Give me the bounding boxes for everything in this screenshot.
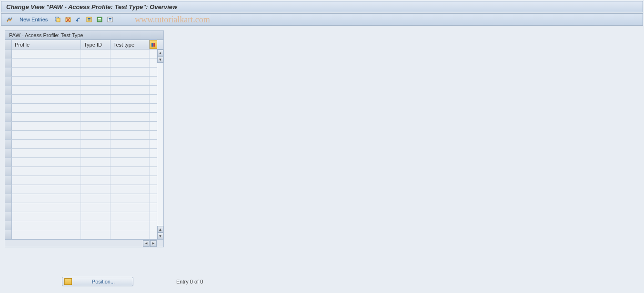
row-selector[interactable] — [5, 230, 12, 239]
row-selector[interactable] — [5, 185, 12, 194]
cell-profile[interactable] — [12, 122, 81, 130]
cell-typeid[interactable] — [81, 203, 111, 212]
cell-testtype[interactable] — [111, 77, 150, 85]
cell-profile[interactable] — [12, 131, 81, 139]
cell-profile[interactable] — [12, 68, 81, 76]
cell-testtype[interactable] — [111, 140, 150, 148]
row-selector[interactable] — [5, 194, 12, 203]
row-selector[interactable] — [5, 149, 12, 157]
column-header-profile[interactable]: Profile — [12, 40, 81, 49]
delete-icon[interactable] — [64, 15, 72, 24]
cell-testtype[interactable] — [111, 49, 150, 58]
cell-typeid[interactable] — [81, 221, 111, 230]
cell-testtype[interactable] — [111, 86, 150, 94]
new-entries-button[interactable]: New Entries — [16, 16, 51, 23]
cell-typeid[interactable] — [81, 77, 111, 85]
scroll-left-icon[interactable]: ◄ — [143, 240, 150, 247]
row-selector[interactable] — [5, 68, 12, 76]
row-selector[interactable] — [5, 140, 12, 148]
cell-profile[interactable] — [12, 194, 81, 203]
table-row[interactable] — [5, 167, 157, 176]
table-row[interactable] — [5, 131, 157, 140]
cell-typeid[interactable] — [81, 194, 111, 203]
scroll-track[interactable] — [157, 63, 163, 226]
column-header-typeid[interactable]: Type ID — [81, 40, 111, 49]
cell-testtype[interactable] — [111, 167, 150, 176]
vertical-scrollbar[interactable]: ▲ ▼ ▲ ▼ — [157, 49, 163, 239]
cell-testtype[interactable] — [111, 230, 150, 239]
cell-testtype[interactable] — [111, 158, 150, 166]
cell-typeid[interactable] — [81, 49, 111, 58]
scroll-down-icon[interactable]: ▼ — [157, 56, 163, 63]
row-selector[interactable] — [5, 104, 12, 112]
cell-profile[interactable] — [12, 149, 81, 157]
cell-profile[interactable] — [12, 176, 81, 185]
table-row[interactable] — [5, 203, 157, 212]
table-row[interactable] — [5, 140, 157, 149]
cell-testtype[interactable] — [111, 185, 150, 194]
position-button[interactable]: Position... — [62, 277, 133, 286]
table-row[interactable] — [5, 49, 157, 59]
row-selector[interactable] — [5, 122, 12, 130]
cell-testtype[interactable] — [111, 203, 150, 212]
cell-testtype[interactable] — [111, 194, 150, 203]
row-selector[interactable] — [5, 221, 12, 230]
table-row[interactable] — [5, 113, 157, 122]
table-row[interactable] — [5, 176, 157, 185]
cell-profile[interactable] — [12, 49, 81, 58]
cell-testtype[interactable] — [111, 149, 150, 157]
row-selector[interactable] — [5, 86, 12, 94]
row-selector[interactable] — [5, 212, 12, 221]
scroll-up2-icon[interactable]: ▲ — [157, 226, 163, 233]
cell-typeid[interactable] — [81, 158, 111, 166]
cell-typeid[interactable] — [81, 68, 111, 76]
cell-testtype[interactable] — [111, 221, 150, 230]
scroll-up-icon[interactable]: ▲ — [157, 49, 163, 56]
select-block-icon[interactable] — [95, 15, 104, 24]
cell-profile[interactable] — [12, 140, 81, 148]
row-selector[interactable] — [5, 49, 12, 58]
table-row[interactable] — [5, 149, 157, 158]
cell-testtype[interactable] — [111, 131, 150, 139]
row-selector[interactable] — [5, 113, 12, 121]
table-row[interactable] — [5, 230, 157, 239]
cell-typeid[interactable] — [81, 86, 111, 94]
table-row[interactable] — [5, 77, 157, 86]
cell-testtype[interactable] — [111, 176, 150, 185]
cell-typeid[interactable] — [81, 230, 111, 239]
cell-typeid[interactable] — [81, 149, 111, 157]
cell-profile[interactable] — [12, 86, 81, 94]
copy-icon[interactable] — [53, 15, 62, 24]
row-selector[interactable] — [5, 77, 12, 85]
row-selector[interactable] — [5, 167, 12, 176]
cell-profile[interactable] — [12, 95, 81, 103]
cell-profile[interactable] — [12, 167, 81, 176]
table-row[interactable] — [5, 122, 157, 131]
cell-profile[interactable] — [12, 203, 81, 212]
cell-profile[interactable] — [12, 77, 81, 85]
cell-testtype[interactable] — [111, 113, 150, 121]
table-row[interactable] — [5, 158, 157, 167]
table-row[interactable] — [5, 86, 157, 95]
cell-typeid[interactable] — [81, 113, 111, 121]
table-row[interactable] — [5, 95, 157, 104]
row-selector-header[interactable] — [5, 40, 12, 49]
cell-typeid[interactable] — [81, 104, 111, 112]
cell-typeid[interactable] — [81, 167, 111, 176]
toggle-icon[interactable] — [5, 15, 14, 24]
scroll-down2-icon[interactable]: ▼ — [157, 233, 163, 239]
cell-profile[interactable] — [12, 185, 81, 194]
cell-typeid[interactable] — [81, 131, 111, 139]
table-row[interactable] — [5, 68, 157, 77]
cell-testtype[interactable] — [111, 68, 150, 76]
cell-testtype[interactable] — [111, 104, 150, 112]
cell-testtype[interactable] — [111, 122, 150, 130]
cell-testtype[interactable] — [111, 59, 150, 67]
cell-typeid[interactable] — [81, 176, 111, 185]
table-row[interactable] — [5, 212, 157, 221]
table-row[interactable] — [5, 194, 157, 203]
scroll-right-icon[interactable]: ► — [150, 240, 157, 247]
cell-profile[interactable] — [12, 221, 81, 230]
row-selector[interactable] — [5, 203, 12, 212]
cell-typeid[interactable] — [81, 140, 111, 148]
